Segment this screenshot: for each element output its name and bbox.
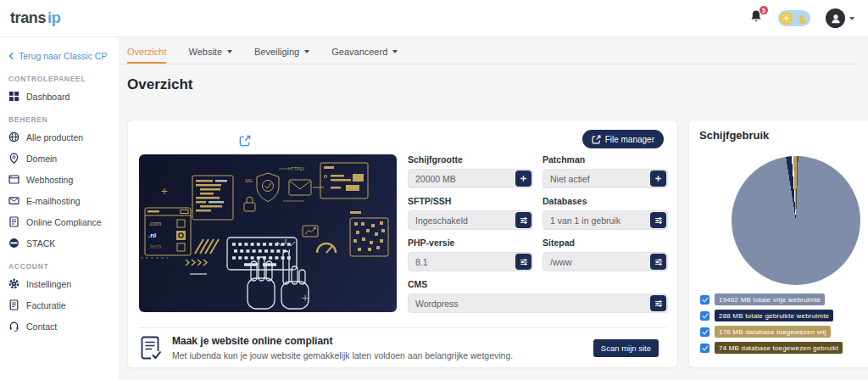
external-link-icon bbox=[592, 135, 601, 144]
field-label: Databases bbox=[542, 196, 668, 206]
field-label: CMS bbox=[408, 279, 668, 289]
tab-website[interactable]: Website bbox=[188, 47, 232, 64]
sidebar-item-emailhosting[interactable]: E-mailhosting bbox=[0, 190, 119, 211]
legend-item-db-free: 176 MB database toegewezen vrij bbox=[700, 326, 843, 338]
sidebar-item-label: Webhosting bbox=[26, 175, 73, 185]
legend-checkbox[interactable] bbox=[700, 344, 709, 353]
domain-nl-label: .nl bbox=[148, 232, 156, 239]
chevron-down-icon bbox=[304, 50, 309, 53]
dashboard-icon bbox=[8, 91, 19, 102]
legend-label: 74 MB database toegewezen gebruikt bbox=[715, 342, 843, 354]
section-label-controlepaneel: CONTROLEPANEEL bbox=[0, 66, 119, 86]
field-value-box: 20000 MB bbox=[408, 169, 533, 188]
file-manager-label: File manager bbox=[605, 135, 654, 144]
field-label: Schijfgrootte bbox=[408, 154, 533, 165]
section-label-beheren: BEHEREN bbox=[0, 107, 119, 126]
top-header: transip 5 bbox=[0, 0, 868, 37]
theme-toggle[interactable] bbox=[778, 10, 810, 26]
manage-databases-button[interactable] bbox=[650, 212, 666, 228]
sidebar-item-contact[interactable]: Contact bbox=[0, 316, 119, 337]
legend-label: 176 MB database toegewezen vrij bbox=[715, 326, 831, 338]
upgrade-disk-button[interactable] bbox=[515, 170, 531, 187]
sidebar-item-label: Facturatie bbox=[26, 300, 66, 310]
invoice-icon bbox=[8, 299, 19, 310]
chevron-left-icon bbox=[8, 52, 14, 60]
field-databases: Databases 1 van 1 in gebruik bbox=[542, 196, 668, 230]
sidebar-item-facturatie[interactable]: Facturatie bbox=[0, 294, 119, 316]
notifications-button[interactable]: 5 bbox=[749, 9, 763, 27]
field-cms: CMS Wordpress bbox=[408, 279, 668, 313]
field-value: 1 van 1 in gebruik bbox=[550, 215, 620, 226]
manage-sitepad-button[interactable] bbox=[650, 254, 666, 270]
disk-usage-pie bbox=[732, 156, 860, 285]
tab-beveiliging[interactable]: Beveiliging bbox=[254, 47, 309, 64]
document-icon bbox=[8, 216, 19, 227]
manage-sftp-button[interactable] bbox=[515, 212, 531, 228]
legend-item-used-webspace: 288 MB totale gebruikte webruimte bbox=[700, 310, 843, 321]
manage-cms-button[interactable] bbox=[650, 295, 666, 311]
sidebar-item-dashboard[interactable]: Dashboard bbox=[0, 86, 119, 107]
back-to-classic-cp-link[interactable]: Terug naar Classic CP bbox=[0, 44, 119, 66]
field-value-box: Niet actief bbox=[542, 169, 668, 188]
field-label: SFTP/SSH bbox=[408, 196, 533, 206]
chevron-down-icon bbox=[392, 50, 398, 53]
stack-disc-icon bbox=[8, 238, 19, 249]
sidebar-item-instellingen[interactable]: Instellingen bbox=[0, 273, 119, 294]
tab-geavanceerd[interactable]: Geavanceerd bbox=[331, 47, 398, 64]
account-menu[interactable] bbox=[826, 8, 854, 28]
plus-icon bbox=[654, 175, 662, 182]
moon-icon bbox=[797, 13, 808, 28]
sidebar-item-domein[interactable]: Domein bbox=[0, 148, 119, 169]
sidebar-item-online-compliance[interactable]: Online Compliance bbox=[0, 211, 119, 232]
sidebar-item-stack[interactable]: STACK bbox=[0, 232, 119, 254]
plus-icon bbox=[520, 175, 527, 182]
file-manager-button[interactable]: File manager bbox=[582, 130, 664, 148]
field-patchman: Patchman Niet actief bbox=[542, 154, 668, 188]
legend-item-free-webspace: 19462 MB totale vrije webruimte bbox=[700, 293, 843, 305]
tab-label: Geavanceerd bbox=[331, 47, 387, 57]
tab-label: Overzicht bbox=[127, 47, 166, 57]
main-area: Overzicht Website Beveiliging Geavanceer… bbox=[119, 37, 868, 380]
document-check-icon bbox=[141, 336, 163, 365]
avatar bbox=[826, 8, 845, 28]
compliance-subtitle: Met iubenda kun je jouw website gemakkel… bbox=[172, 350, 545, 360]
section-label-account: ACCOUNT bbox=[0, 254, 119, 273]
sidebar-item-label: Domein bbox=[26, 154, 57, 164]
tab-overzicht[interactable]: Overzicht bbox=[127, 47, 166, 64]
sidebar-item-alle-producten[interactable]: Alle producten bbox=[0, 126, 119, 148]
field-value: Wordpress bbox=[415, 299, 459, 309]
scan-site-button[interactable]: Scan mijn site bbox=[593, 339, 659, 357]
sidebar-item-label: Alle producten bbox=[26, 132, 83, 142]
legend-label: 288 MB totale gebruikte webruimte bbox=[715, 310, 833, 321]
sliders-icon bbox=[654, 299, 663, 308]
sidebar-item-label: E-mailhosting bbox=[26, 196, 81, 206]
transip-control-panel: transip 5 bbox=[0, 0, 868, 380]
sidebar-item-webhosting[interactable]: Webhosting bbox=[0, 169, 119, 190]
field-value-box: /www bbox=[542, 252, 668, 271]
disk-usage-legend: 19462 MB totale vrije webruimte 288 MB t… bbox=[700, 293, 843, 358]
headset-icon bbox=[8, 321, 19, 332]
field-value-box: Wordpress bbox=[408, 293, 668, 313]
legend-checkbox[interactable] bbox=[700, 311, 709, 321]
globe-icon bbox=[8, 131, 19, 142]
tab-label: Website bbox=[188, 47, 222, 57]
legend-checkbox[interactable] bbox=[700, 295, 709, 305]
tab-label: Beveiliging bbox=[254, 47, 299, 57]
field-value-box: Ingeschakeld bbox=[408, 210, 533, 230]
sidebar-item-label: Dashboard bbox=[26, 92, 70, 102]
field-sftp-ssh: SFTP/SSH Ingeschakeld bbox=[408, 196, 533, 230]
transip-logo[interactable]: transip bbox=[10, 9, 60, 27]
map-pin-icon bbox=[8, 153, 19, 164]
card-divider bbox=[139, 327, 666, 328]
open-site-external-link-icon[interactable] bbox=[239, 135, 251, 150]
add-patchman-button[interactable] bbox=[650, 170, 666, 187]
hosting-settings-form: Schijfgrootte 20000 MB Patchman Niet act… bbox=[408, 154, 668, 321]
field-label: PHP-versie bbox=[408, 238, 533, 248]
compliance-banner: Maak je website online compliant Met iub… bbox=[172, 335, 545, 360]
legend-checkbox[interactable] bbox=[700, 327, 709, 337]
chevron-down-icon bbox=[849, 17, 854, 20]
hosting-illustration: .com .nl .tech SSL HTTPS// bbox=[139, 154, 397, 312]
envelope-icon bbox=[8, 195, 19, 206]
manage-php-button[interactable] bbox=[515, 254, 531, 270]
disk-usage-card: Schijfgebruik 19462 MB totale vrije webr… bbox=[688, 120, 868, 368]
